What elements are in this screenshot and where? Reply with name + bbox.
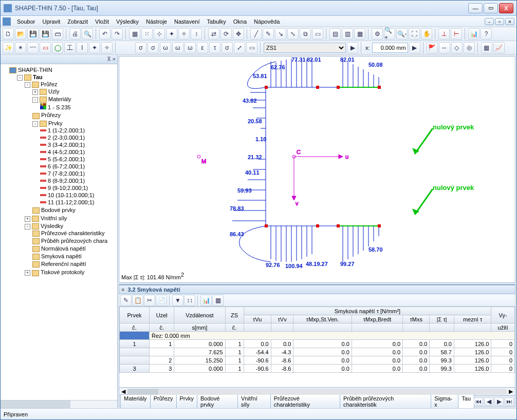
tb-cut-icon[interactable]: ✂ [144, 295, 155, 306]
shear-icon[interactable]: ⤢ [234, 42, 245, 53]
mdi-restore[interactable]: ▫ [495, 18, 504, 25]
twisty[interactable]: - [32, 97, 38, 103]
tree-element[interactable]: 7 (7-8;2.000;1) [48, 170, 85, 177]
mdi-close[interactable]: × [505, 18, 514, 25]
maximize-button[interactable]: ▭ [484, 3, 498, 13]
snap3-icon[interactable]: ✧ [178, 28, 190, 40]
res-chart-icon[interactable]: 📈 [493, 42, 505, 53]
profile2-icon[interactable]: Ⅰ [77, 42, 88, 53]
lc-next-icon[interactable]: ▶ [347, 42, 358, 53]
row-header[interactable] [120, 356, 150, 365]
tree-result-item[interactable]: Normálová napětí [41, 245, 86, 252]
circle-icon[interactable]: ◯ [52, 42, 63, 53]
tree-element[interactable]: 3 (3-4;2.000;1) [48, 142, 85, 148]
hscroll-thumb[interactable] [127, 389, 158, 395]
cell[interactable]: 0.0 [293, 356, 352, 365]
row-header[interactable]: 1 [120, 340, 150, 348]
tree-bodove[interactable]: Bodové prvky [41, 207, 76, 213]
tree-prvky[interactable]: Prvky [48, 120, 63, 126]
tree-view[interactable]: SHAPE-THIN -Tau -Průřez +Uzly -Materiály… [1, 64, 117, 400]
tree-uzly[interactable]: Uzly [48, 88, 59, 94]
cell[interactable]: 0 [491, 365, 515, 373]
cell[interactable]: 0.0 [403, 340, 430, 348]
tab-last-icon[interactable]: ⏭ [505, 397, 514, 406]
cell[interactable]: -90.6 [244, 365, 271, 373]
cell[interactable]: 3 [149, 365, 174, 373]
twisty[interactable]: - [32, 121, 38, 127]
menu-napoveda[interactable]: Nápověda [251, 17, 283, 26]
profile-icon[interactable]: 工 [64, 42, 76, 53]
cell[interactable]: 0 [491, 340, 515, 348]
cell[interactable]: 0 [491, 356, 515, 365]
axis-icon[interactable]: ⊥ [438, 28, 450, 40]
bottom-tab[interactable]: Průřezové charakteristiky [270, 394, 340, 408]
cell[interactable]: 2 [149, 356, 174, 365]
new-icon[interactable]: 🗋 [3, 28, 14, 40]
tb-table-icon[interactable]: ▦ [212, 295, 224, 306]
minimize-button[interactable]: — [468, 3, 483, 13]
tree-element[interactable]: 10 (10-11;0.000;1) [48, 192, 95, 198]
cell[interactable]: 1 [225, 356, 244, 365]
row-header[interactable]: 3 [120, 365, 150, 373]
tree-prurezy[interactable]: Průřezy [41, 112, 61, 118]
snap2-icon[interactable]: ✦ [166, 28, 177, 40]
data-grid[interactable]: Prvek Uzel Vzdálenost ZS Smyková napětí … [119, 307, 515, 388]
line-icon[interactable]: ╱ [250, 28, 262, 40]
zoom-fit-icon[interactable]: ⛶ [409, 28, 420, 40]
cell[interactable]: 0.0 [244, 340, 271, 348]
cell[interactable]: 126.0 [454, 356, 491, 365]
tb-paste-icon[interactable]: 📄 [156, 295, 167, 306]
save-icon[interactable]: 💾 [27, 28, 39, 40]
cell[interactable]: 0.0 [352, 365, 402, 373]
tree-result-item[interactable]: Referenční napětí [41, 261, 86, 267]
row-header[interactable] [120, 348, 150, 356]
star4-icon[interactable]: ✧ [101, 42, 113, 53]
tb-edit-icon[interactable]: ✎ [120, 295, 132, 306]
twisty[interactable]: + [25, 270, 30, 276]
tree-mat-s235[interactable]: 1 - S 235 [48, 104, 71, 110]
bottom-tab[interactable]: Vnitřní síly [237, 394, 271, 408]
cell[interactable]: 0.0 [352, 348, 402, 356]
menu-nastroje[interactable]: Nástroje [143, 17, 170, 26]
menu-nastaveni[interactable]: Nastavení [171, 17, 203, 26]
omega2-icon[interactable]: ω [172, 42, 183, 53]
help-icon[interactable]: ? [481, 28, 492, 40]
tree-element[interactable]: 1 (1-2;2.000;1) [48, 127, 85, 133]
twisty[interactable]: - [25, 224, 30, 230]
bottom-tab[interactable]: Sigma-x [431, 394, 458, 408]
mirror-icon[interactable]: ⇄ [208, 28, 219, 40]
tree-model[interactable]: Tau [33, 74, 43, 80]
cell[interactable]: 7.625 [174, 348, 225, 356]
bottom-tab[interactable]: Materiály [120, 394, 151, 408]
graphics-canvas[interactable]: M C u v 53.81 62.76 77.31 82.01 82.01 50… [119, 56, 515, 283]
tree-element[interactable]: 8 (8-9;2.000;1) [48, 178, 85, 184]
calc-icon[interactable]: ⚙ [372, 28, 383, 40]
star2-icon[interactable]: ✴ [15, 42, 26, 53]
cell[interactable]: 99.3 [430, 356, 454, 365]
tb-copy-icon[interactable]: 📋 [132, 295, 143, 306]
tree-element[interactable]: 11 (11-12;2.000;1) [48, 199, 95, 205]
tab-first-icon[interactable]: ⏮ [474, 397, 483, 406]
tau-icon[interactable]: τ [209, 42, 220, 53]
grid-icon[interactable]: ▦ [129, 28, 140, 40]
nav-scrollbar[interactable] [1, 400, 70, 408]
tab-next-icon[interactable]: ▶ [494, 397, 504, 406]
open-icon[interactable]: 📂 [15, 28, 26, 40]
cell[interactable]: -90.6 [244, 356, 271, 365]
zoom-out-icon[interactable]: 🔍- [396, 28, 408, 40]
cell[interactable]: 0.0 [293, 348, 352, 356]
menu-upravit[interactable]: Upravit [39, 17, 63, 26]
cell[interactable]: 1 [225, 340, 244, 348]
tool3-icon[interactable]: ↘ [275, 28, 286, 40]
menu-vlozit[interactable]: Vložit [92, 17, 112, 26]
cell[interactable]: 58.7 [430, 348, 454, 356]
table2-icon[interactable]: ▥ [342, 28, 353, 40]
export-icon[interactable]: 📊 [468, 28, 479, 40]
cell[interactable]: 99.3 [430, 365, 454, 373]
nav-pin-icon[interactable]: ⊼ × [107, 56, 116, 63]
tree-result-item[interactable]: Smyková napětí [41, 253, 82, 259]
loadcase-select[interactable]: ZS1 [264, 43, 346, 53]
bottom-tab[interactable]: Bodové prvky [197, 394, 238, 408]
cell[interactable]: 1 [149, 340, 174, 348]
tree-vnitrni[interactable]: Vnitřní síly [41, 215, 67, 221]
